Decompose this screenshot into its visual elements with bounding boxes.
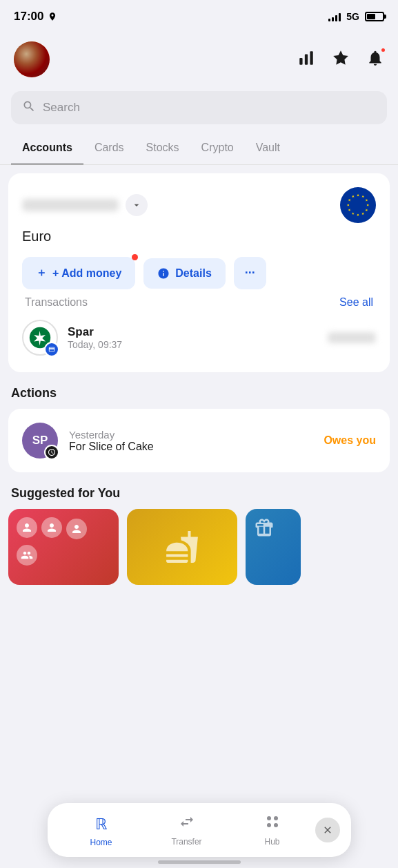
search-placeholder: Search [43,101,80,115]
account-card: Euro ＋ + Add money Details ··· Transacti… [8,173,390,372]
account-currency: Euro [22,229,376,244]
account-number-blurred [22,199,119,211]
transaction-name: Spar [68,325,318,339]
svg-marker-10 [351,212,355,215]
suggested-section: Suggested for You [8,483,390,585]
suggested-card-blue[interactable] [246,509,301,585]
bottom-nav: ℝ Home Transfer Hub [48,803,351,857]
nav-hub-label: Hub [264,837,279,847]
svg-text:ℝ: ℝ [95,816,108,831]
see-all-button[interactable]: See all [339,296,373,309]
suggested-card-pink[interactable] [8,509,119,585]
actions-section: Actions SP Yesterday For Slice of Cake O… [8,383,390,472]
notification-dot [380,47,386,53]
action-avatar: SP [22,423,58,459]
svg-marker-8 [361,212,365,215]
more-button[interactable]: ··· [234,257,266,289]
tab-crypto[interactable]: Crypto [190,133,245,165]
suggested-label: Suggested for You [8,483,390,509]
svg-marker-9 [357,214,359,217]
svg-point-17 [267,816,271,820]
account-header [22,187,376,223]
svg-rect-1 [305,55,308,65]
add-money-dot [132,254,138,260]
nav-home[interactable]: ℝ Home [59,813,144,847]
chart-icon[interactable] [297,49,315,70]
search-bar[interactable]: Search [11,91,387,124]
info-icon [157,267,170,280]
svg-marker-12 [347,204,350,206]
top-header [0,30,398,86]
details-button[interactable]: Details [143,258,225,289]
transactions-header: Transactions See all [22,289,376,317]
signal-bars [328,12,341,21]
svg-rect-0 [299,58,302,65]
home-icon: ℝ [92,813,110,835]
action-owes-label: Owes you [324,434,376,447]
tab-stocks[interactable]: Stocks [135,133,190,165]
food-icon [165,530,199,564]
nav-hub[interactable]: Hub [230,813,315,847]
location-icon [48,12,57,21]
cashback-badge [44,342,59,357]
transfer-icon [179,813,195,834]
main-content: Euro ＋ + Add money Details ··· Transacti… [0,165,398,593]
add-money-button[interactable]: ＋ + Add money [22,257,135,289]
transaction-details: Spar Today, 09:37 [68,325,318,350]
network-label: 5G [346,11,359,22]
svg-point-19 [267,823,271,827]
transaction-amount [328,332,376,343]
svg-point-18 [274,816,278,820]
svg-marker-3 [357,194,359,197]
status-time: 17:00 [14,10,57,23]
svg-marker-13 [348,198,351,202]
status-right: 5G [328,11,384,22]
plus-icon: ＋ [36,266,47,280]
nav-transfer[interactable]: Transfer [144,813,230,847]
notification-wrapper[interactable] [366,49,384,70]
svg-marker-14 [351,195,355,198]
nav-close-button[interactable] [315,818,340,842]
nav-transfer-label: Transfer [171,837,201,847]
nav-home-label: Home [90,838,112,847]
search-container: Search [0,86,398,133]
svg-marker-6 [367,204,370,206]
svg-marker-11 [348,209,351,212]
action-description: For Slice of Cake [69,441,312,453]
battery-indicator [365,12,384,21]
action-card[interactable]: SP Yesterday For Slice of Cake Owes you [8,409,390,472]
svg-marker-5 [365,198,368,202]
avatar[interactable] [14,41,50,77]
tab-accounts[interactable]: Accounts [11,133,83,165]
tab-cards[interactable]: Cards [83,133,135,165]
star-icon[interactable] [332,49,350,70]
home-indicator [158,860,241,864]
transactions-title: Transactions [25,296,88,309]
person-icon-3 [66,519,87,539]
suggested-cards [8,509,390,585]
chevron-down-icon[interactable] [126,194,148,216]
group-icon [17,545,37,566]
tab-vault[interactable]: Vault [245,133,291,165]
svg-point-20 [274,823,278,827]
svg-rect-2 [310,51,312,65]
actions-label: Actions [8,383,390,409]
account-actions: ＋ + Add money Details ··· [22,257,376,289]
svg-marker-4 [361,195,365,198]
transaction-logo-wrapper [22,320,58,356]
hub-icon [264,813,281,834]
svg-marker-7 [365,209,368,212]
eu-flag [340,187,376,223]
transaction-item[interactable]: Spar Today, 09:37 [22,317,376,358]
search-icon [22,99,36,116]
account-number [22,194,148,216]
status-bar: 17:00 5G [0,0,398,30]
clock-badge [44,445,59,460]
person-icon-2 [41,517,62,538]
person-icon-1 [17,517,37,538]
header-icons [297,49,384,70]
suggested-card-yellow[interactable] [127,509,237,585]
transaction-time: Today, 09:37 [68,339,318,350]
action-details: Yesterday For Slice of Cake [69,429,312,453]
gift-icon [254,517,275,538]
